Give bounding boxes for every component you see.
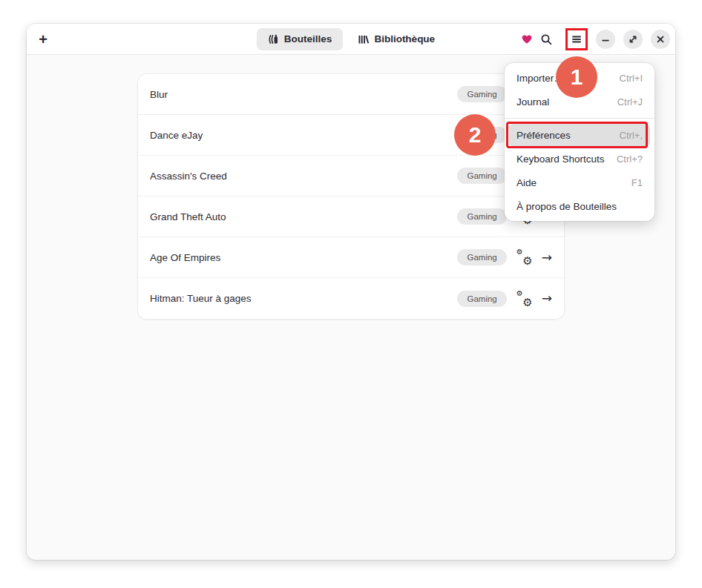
run-executable-button[interactable]: ⚙⚙ <box>516 291 533 307</box>
bottle-name: Age Of Empires <box>150 252 457 263</box>
list-item-blur[interactable]: Blur Gaming ⚙⚙ → <box>138 74 564 115</box>
menu-separator <box>505 118 655 119</box>
annotation-highlight-menu-button <box>565 28 588 50</box>
run-executable-button[interactable]: ⚙⚙ <box>516 249 533 265</box>
menu-item-aide[interactable]: Aide F1 <box>509 171 650 194</box>
gear-icon: ⚙ <box>522 297 532 308</box>
bottle-name: Grand Theft Auto <box>150 211 457 222</box>
menu-item-label: Keyboard Shortcuts <box>516 153 605 165</box>
menu-item-label: Préférences <box>516 130 571 141</box>
search-button[interactable] <box>537 30 555 48</box>
heart-icon <box>521 33 533 45</box>
open-bottle-arrow-icon[interactable]: → <box>542 292 552 305</box>
environment-badge: Gaming <box>457 249 506 265</box>
menu-item-label: Aide <box>516 177 537 188</box>
environment-badge: Gaming <box>457 86 506 102</box>
bottles-list: Blur Gaming ⚙⚙ → Dance eJay Gaming ⚙⚙ → … <box>138 74 564 319</box>
environment-badge: Gaming <box>457 168 506 184</box>
menu-item-shortcut: F1 <box>632 177 643 188</box>
menu-item-preferences[interactable]: Préférences Ctrl+, <box>509 123 650 147</box>
maximize-icon <box>628 34 638 44</box>
maximize-button[interactable] <box>623 30 643 49</box>
list-item-grand-theft-auto[interactable]: Grand Theft Auto Gaming ⚙⚙ → <box>138 196 564 237</box>
menu-item-shortcut: Ctrl+? <box>617 153 643 165</box>
tab-bouteilles-label: Bouteilles <box>284 33 332 44</box>
tab-bibliotheque[interactable]: Bibliothèque <box>347 28 445 50</box>
minimize-button[interactable] <box>596 30 615 49</box>
library-icon <box>357 33 369 45</box>
view-switcher: Bouteilles Bibliothèque <box>257 28 445 50</box>
header-actions <box>518 24 670 55</box>
menu-item-shortcut: Ctrl+, <box>620 130 643 141</box>
open-bottle-arrow-icon[interactable]: → <box>542 251 552 264</box>
favorites-button[interactable] <box>518 30 536 48</box>
list-item-hitman[interactable]: Hitman: Tueur à gages Gaming ⚙⚙ → <box>138 278 564 319</box>
menu-item-keyboard-shortcuts[interactable]: Keyboard Shortcuts Ctrl+? <box>509 147 650 171</box>
list-item-assassins-creed[interactable]: Assassin's Creed Gaming ⚙⚙ → <box>138 156 564 196</box>
bottle-name: Assassin's Creed <box>150 171 457 182</box>
menu-item-shortcut: Ctrl+J <box>617 96 643 108</box>
bottle-name: Hitman: Tueur à gages <box>150 293 457 304</box>
menu-item-a-propos[interactable]: À propos de Bouteilles <box>509 194 650 218</box>
tab-bibliotheque-label: Bibliothèque <box>374 33 435 44</box>
environment-badge: Gaming <box>457 291 506 307</box>
close-icon <box>655 34 666 44</box>
tab-bouteilles[interactable]: Bouteilles <box>257 28 343 50</box>
list-item-age-of-empires[interactable]: Age Of Empires Gaming ⚙⚙ → <box>138 237 564 278</box>
minimize-icon <box>600 34 611 44</box>
menu-item-label: À propos de Bouteilles <box>516 201 617 212</box>
header-bar: + Bouteilles <box>27 24 675 55</box>
annotation-step-2: 2 <box>454 114 496 156</box>
main-menu-button[interactable] <box>568 30 585 48</box>
hamburger-icon <box>571 33 583 45</box>
menu-item-label: Journal <box>516 96 549 108</box>
list-item-dance-ejay[interactable]: Dance eJay Gaming ⚙⚙ → <box>138 115 564 156</box>
close-button[interactable] <box>651 30 670 49</box>
new-bottle-button[interactable]: + <box>33 29 53 50</box>
search-icon <box>540 33 553 46</box>
bottle-name: Dance eJay <box>150 130 457 141</box>
app-window: + Bouteilles <box>27 24 675 560</box>
annotation-step-1: 1 <box>556 56 597 98</box>
environment-badge: Gaming <box>457 208 506 225</box>
menu-item-shortcut: Ctrl+I <box>620 73 643 84</box>
gear-icon: ⚙ <box>522 256 532 267</box>
bottle-icon <box>267 33 279 45</box>
bottle-name: Blur <box>150 89 457 100</box>
